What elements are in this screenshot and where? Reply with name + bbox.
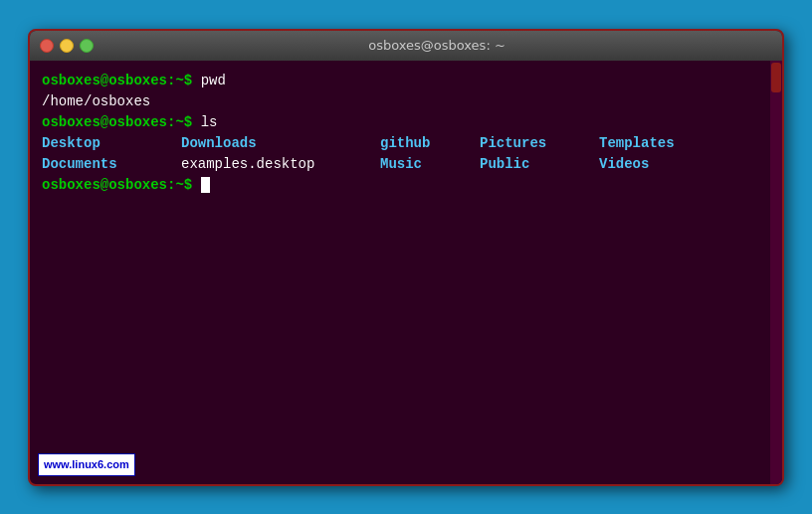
maximize-button[interactable]: [80, 39, 94, 53]
ls-item-documents: Documents: [42, 154, 181, 175]
ls-row-2: Documents examples.desktop Music Public …: [42, 154, 770, 175]
terminal-body[interactable]: osboxes@osboxes:~$ pwd /home/osboxes osb…: [30, 61, 782, 484]
ls-item-desktop: Desktop: [42, 133, 181, 154]
terminal-cursor: [201, 177, 210, 193]
ls-row-1: Desktop Downloads github Pictures Templa…: [42, 133, 770, 154]
terminal-line-2: /home/osboxes: [42, 91, 770, 112]
ls-item-templates: Templates: [599, 133, 718, 154]
output-1: /home/osboxes: [42, 93, 150, 109]
ls-item-public: Public: [480, 154, 599, 175]
watermark: www.linux6.com: [38, 453, 135, 476]
command-1: pwd: [192, 73, 226, 88]
prompt-final: osboxes@osboxes:~$: [42, 177, 192, 193]
ls-item-videos: Videos: [599, 154, 718, 175]
space-after-prompt: [192, 177, 200, 193]
window-controls: [40, 39, 94, 53]
titlebar: osboxes@osboxes: ~: [30, 31, 782, 61]
terminal-window: osboxes@osboxes: ~ osboxes@osboxes:~$ pw…: [28, 29, 784, 486]
ls-item-music: Music: [380, 154, 480, 175]
command-2: ls: [192, 114, 217, 130]
ls-item-examples: examples.desktop: [181, 154, 380, 175]
scrollbar[interactable]: [770, 61, 782, 484]
prompt-1: osboxes@osboxes:~$: [42, 73, 192, 88]
minimize-button[interactable]: [60, 39, 74, 53]
prompt-2: osboxes@osboxes:~$: [42, 114, 192, 130]
terminal-line-1: osboxes@osboxes:~$ pwd: [42, 71, 770, 91]
ls-item-downloads: Downloads: [181, 133, 380, 154]
ls-item-github: github: [380, 133, 480, 154]
scrollbar-thumb[interactable]: [771, 63, 781, 92]
window-title: osboxes@osboxes: ~: [102, 38, 772, 53]
terminal-line-final: osboxes@osboxes:~$: [42, 175, 770, 196]
terminal-line-3: osboxes@osboxes:~$ ls: [42, 112, 770, 133]
watermark-text: www.linux6.com: [44, 458, 129, 470]
ls-item-pictures: Pictures: [480, 133, 599, 154]
close-button[interactable]: [40, 39, 54, 53]
